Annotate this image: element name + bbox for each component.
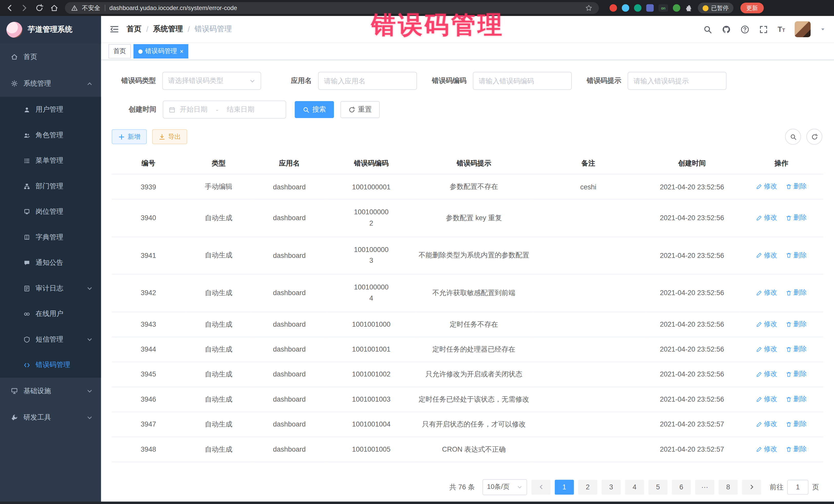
sidebar-item-user-mgmt[interactable]: 用户管理: [0, 97, 101, 122]
extension-icon-blue[interactable]: [622, 4, 629, 12]
export-button[interactable]: 导出: [152, 129, 187, 144]
app-name-input[interactable]: [318, 72, 417, 90]
bookmark-star-icon[interactable]: [585, 4, 593, 12]
sidebar-item-dict-mgmt[interactable]: 字典管理: [0, 224, 101, 250]
edit-button[interactable]: 修改: [756, 320, 777, 329]
sidebar-item-devtools[interactable]: 研发工具: [0, 404, 101, 431]
delete-button[interactable]: 删除: [786, 251, 807, 260]
sidebar-item-home[interactable]: 首页: [0, 44, 101, 70]
github-icon[interactable]: [722, 25, 731, 34]
delete-button[interactable]: 删除: [786, 420, 807, 429]
cell-msg: 不允许获取敏感配置到前端: [416, 274, 532, 312]
extension-icon-green-check[interactable]: [634, 4, 641, 12]
sidebar-item-label: 审计日志: [36, 284, 63, 293]
error-msg-input[interactable]: [628, 72, 727, 90]
cell-id: 3947: [112, 412, 185, 437]
search-button[interactable]: 搜索: [294, 101, 334, 118]
sidebar-item-menu-mgmt[interactable]: 菜单管理: [0, 148, 101, 173]
add-button[interactable]: 新增: [112, 129, 147, 144]
delete-button[interactable]: 删除: [786, 370, 807, 379]
delete-button[interactable]: 删除: [786, 320, 807, 329]
avatar-caret-icon[interactable]: [820, 27, 826, 32]
refresh-table-button[interactable]: [806, 129, 822, 145]
tab-close-icon[interactable]: ×: [180, 48, 184, 54]
delete-button[interactable]: 删除: [786, 395, 807, 404]
font-size-icon[interactable]: TT: [777, 25, 785, 33]
page-button-2[interactable]: 2: [578, 480, 597, 495]
sidebar-item-infrastructure[interactable]: 基础设施: [0, 378, 101, 404]
edit-button[interactable]: 修改: [756, 182, 777, 191]
sidebar-item-system[interactable]: 系统管理: [0, 70, 101, 97]
edit-button[interactable]: 修改: [756, 370, 777, 379]
page-button-8[interactable]: 8: [719, 480, 738, 495]
browser-forward-icon[interactable]: [20, 4, 29, 12]
page-button-3[interactable]: 3: [601, 480, 621, 495]
edit-button[interactable]: 修改: [756, 445, 777, 454]
sidebar-item-sms-mgmt[interactable]: 短信管理: [0, 327, 101, 352]
delete-button[interactable]: 删除: [786, 345, 807, 354]
edit-button[interactable]: 修改: [756, 288, 777, 298]
sidebar-item-audit-log[interactable]: 审计日志: [0, 276, 101, 301]
breadcrumb-system[interactable]: 系统管理: [153, 24, 183, 34]
header-search-icon[interactable]: [703, 25, 712, 34]
cell-id: 3939: [112, 174, 185, 199]
extension-icon-stats[interactable]: [646, 4, 654, 12]
edit-button[interactable]: 修改: [756, 213, 777, 222]
sidebar-item-online-users[interactable]: 在线用户: [0, 301, 101, 326]
delete-button[interactable]: 删除: [786, 288, 807, 298]
edit-button[interactable]: 修改: [756, 395, 777, 404]
browser-back-icon[interactable]: [5, 4, 14, 12]
sidebar-item-post-mgmt[interactable]: 岗位管理: [0, 199, 101, 224]
sidebar-logo[interactable]: 芋道管理系统: [0, 16, 101, 44]
tab-home[interactable]: 首页: [109, 44, 131, 59]
book-icon: [23, 234, 30, 241]
cell-id: 3944: [112, 337, 185, 362]
sidebar-item-notice[interactable]: 通知公告: [0, 250, 101, 275]
page-button-6[interactable]: 6: [672, 480, 691, 495]
user-avatar[interactable]: [795, 21, 811, 37]
next-page-button[interactable]: [742, 480, 761, 495]
sidebar-item-error-code-mgmt[interactable]: 错误码管理: [0, 352, 101, 377]
delete-button[interactable]: 删除: [786, 213, 807, 222]
prev-page-button[interactable]: [531, 480, 551, 495]
help-icon[interactable]: [740, 25, 749, 34]
extensions-puzzle-icon[interactable]: [685, 4, 693, 12]
paused-badge[interactable]: 已暂停: [698, 3, 733, 13]
toggle-search-button[interactable]: [785, 129, 801, 145]
goto-page-input[interactable]: [787, 480, 809, 495]
tags-view-bar: 首页 错误码管理 ×: [101, 43, 834, 60]
extension-icon-red[interactable]: [610, 4, 617, 12]
edit-button[interactable]: 修改: [756, 420, 777, 429]
trash-icon: [786, 396, 792, 402]
edit-button[interactable]: 修改: [756, 345, 777, 354]
browser-home-icon[interactable]: [50, 4, 59, 12]
create-time-range-picker[interactable]: 开始日期 - 结束日期: [163, 101, 286, 118]
edit-button[interactable]: 修改: [756, 251, 777, 260]
error-type-select[interactable]: 请选择错误码类型: [162, 72, 261, 90]
browser-reload-icon[interactable]: [35, 4, 44, 12]
tab-error-code[interactable]: 错误码管理 ×: [133, 44, 188, 59]
page-button-1[interactable]: 1: [555, 480, 574, 495]
filter-app-label: 应用名: [291, 76, 312, 85]
extension-icon-leaf[interactable]: [673, 4, 680, 12]
page-ellipsis[interactable]: ···: [695, 480, 715, 495]
log-icon: [23, 285, 30, 292]
page-button-5[interactable]: 5: [649, 480, 668, 495]
reset-button[interactable]: 重置: [341, 101, 380, 118]
page-size-select[interactable]: 10条/页: [482, 479, 527, 495]
extension-icon-on-badge[interactable]: on: [658, 4, 668, 12]
delete-button[interactable]: 删除: [786, 182, 807, 191]
browser-update-button[interactable]: 更新: [740, 3, 764, 13]
breadcrumb-home[interactable]: 首页: [127, 24, 141, 34]
address-bar[interactable]: 不安全 dashboard.yudao.iocoder.cn/system/er…: [65, 2, 599, 14]
delete-button[interactable]: 删除: [786, 445, 807, 454]
sidebar-fold-icon[interactable]: [110, 24, 119, 34]
pagination-total: 共 76 条: [449, 482, 475, 492]
page-button-4[interactable]: 4: [625, 480, 644, 495]
sidebar-item-role-mgmt[interactable]: 角色管理: [0, 123, 101, 148]
sidebar-item-dept-mgmt[interactable]: 部门管理: [0, 174, 101, 199]
error-code-input[interactable]: [473, 72, 572, 90]
fullscreen-icon[interactable]: [759, 25, 768, 34]
table-row: 3945 自动生成 dashboard 1001001002 只允许修改为开启或…: [112, 362, 823, 387]
cell-app: dashboard: [252, 437, 326, 462]
